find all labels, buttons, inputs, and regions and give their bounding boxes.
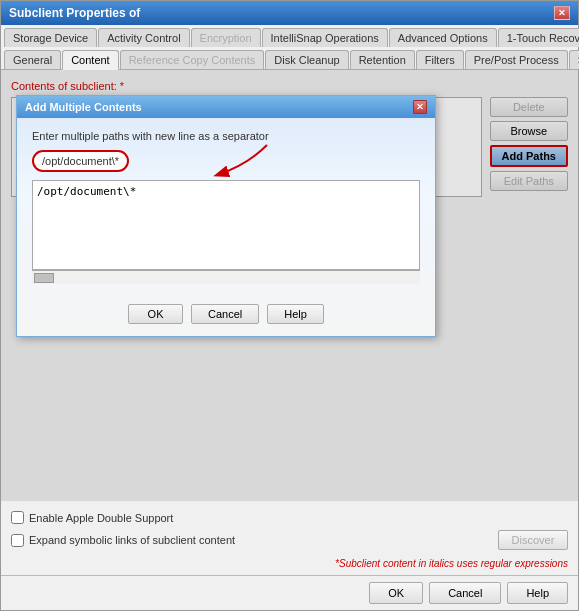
expand-symlinks-checkbox[interactable]: [11, 534, 24, 547]
modal-footer: OK Cancel Help: [17, 296, 435, 336]
expand-symlinks-label: Expand symbolic links of subclient conte…: [29, 534, 235, 546]
checkbox-row-2: Expand symbolic links of subclient conte…: [11, 530, 568, 550]
footer-ok-button[interactable]: OK: [369, 582, 423, 604]
italic-note: *Subclient content in italics uses regul…: [1, 556, 578, 575]
tab-intellisnap[interactable]: IntelliSnap Operations: [262, 28, 388, 47]
modal-close-button[interactable]: ✕: [413, 100, 427, 114]
tab-row-1: Storage Device Activity Control Encrypti…: [1, 25, 578, 47]
tab-encryption[interactable]: Encryption: [191, 28, 261, 47]
content-area: Contents of subclient: * Delete Browse A…: [1, 70, 578, 501]
tab-prepost[interactable]: Pre/Post Process: [465, 50, 568, 69]
tab-disk-cleanup[interactable]: Disk Cleanup: [265, 50, 348, 69]
enable-apple-double-label: Enable Apple Double Support: [29, 512, 173, 524]
horizontal-scrollbar[interactable]: [32, 270, 420, 284]
modal-title-bar: Add Multiple Contents ✕: [17, 96, 435, 118]
path-textarea[interactable]: /opt/document\*: [33, 181, 419, 269]
checkbox-row-1: Enable Apple Double Support: [11, 511, 568, 524]
main-window: Subclient Properties of ✕ Storage Device…: [0, 0, 579, 611]
tab-security[interactable]: Security: [569, 50, 579, 69]
tab-bar: Storage Device Activity Control Encrypti…: [1, 25, 578, 70]
tab-retention[interactable]: Retention: [350, 50, 415, 69]
scrollbar-thumb[interactable]: [34, 273, 54, 283]
tab-row-2: General Content Reference Copy Contents …: [1, 47, 578, 69]
window-footer: OK Cancel Help: [1, 575, 578, 610]
title-bar-controls: ✕: [554, 6, 570, 20]
modal-overlay: Add Multiple Contents ✕ Enter multiple p…: [1, 70, 578, 501]
window-title: Subclient Properties of: [9, 6, 140, 20]
tab-advanced[interactable]: Advanced Options: [389, 28, 497, 47]
tab-storage-device[interactable]: Storage Device: [4, 28, 97, 47]
tab-content[interactable]: Content: [62, 50, 119, 70]
close-button[interactable]: ✕: [554, 6, 570, 20]
modal-body: Enter multiple paths with new line as a …: [17, 118, 435, 296]
modal-cancel-button[interactable]: Cancel: [191, 304, 259, 324]
tab-activity-control[interactable]: Activity Control: [98, 28, 189, 47]
tab-ref-copy[interactable]: Reference Copy Contents: [120, 50, 265, 69]
title-bar: Subclient Properties of ✕: [1, 1, 578, 25]
enable-apple-double-checkbox[interactable]: [11, 511, 24, 524]
footer-help-button[interactable]: Help: [507, 582, 568, 604]
tab-filters[interactable]: Filters: [416, 50, 464, 69]
footer-cancel-button[interactable]: Cancel: [429, 582, 501, 604]
path-input-display: /opt/document\*: [32, 150, 129, 172]
discover-button[interactable]: Discover: [498, 530, 568, 550]
modal-help-button[interactable]: Help: [267, 304, 324, 324]
modal-instruction: Enter multiple paths with new line as a …: [32, 130, 420, 142]
modal-dialog: Add Multiple Contents ✕ Enter multiple p…: [16, 95, 436, 337]
tab-1touch[interactable]: 1-Touch Recovery: [498, 28, 579, 47]
modal-title: Add Multiple Contents: [25, 101, 142, 113]
bottom-section: Enable Apple Double Support Expand symbo…: [1, 501, 578, 556]
modal-ok-button[interactable]: OK: [128, 304, 183, 324]
path-textarea-container: /opt/document\*: [32, 180, 420, 270]
tab-general[interactable]: General: [4, 50, 61, 69]
